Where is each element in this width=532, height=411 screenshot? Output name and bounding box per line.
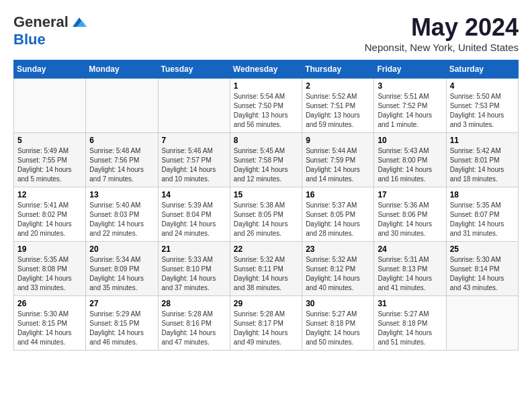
day-number: 26 xyxy=(17,299,82,308)
calendar-cell: 16Sunrise: 5:37 AM Sunset: 8:05 PM Dayli… xyxy=(302,187,374,242)
calendar-cell: 25Sunrise: 5:30 AM Sunset: 8:14 PM Dayli… xyxy=(446,242,518,296)
logo: General Blue xyxy=(13,13,90,48)
day-number: 24 xyxy=(378,244,442,254)
day-number: 19 xyxy=(17,244,82,254)
day-info: Sunrise: 5:48 AM Sunset: 7:56 PM Dayligh… xyxy=(89,146,154,184)
calendar-cell: 20Sunrise: 5:34 AM Sunset: 8:09 PM Dayli… xyxy=(86,242,158,296)
day-info: Sunrise: 5:46 AM Sunset: 7:57 PM Dayligh… xyxy=(162,146,226,184)
calendar-cell: 23Sunrise: 5:32 AM Sunset: 8:12 PM Dayli… xyxy=(302,242,374,296)
calendar-cell: 10Sunrise: 5:43 AM Sunset: 8:00 PM Dayli… xyxy=(374,133,446,187)
day-info: Sunrise: 5:43 AM Sunset: 8:00 PM Dayligh… xyxy=(378,146,442,184)
calendar-cell: 2Sunrise: 5:52 AM Sunset: 7:51 PM Daylig… xyxy=(302,79,374,133)
week-row-4: 19Sunrise: 5:35 AM Sunset: 8:08 PM Dayli… xyxy=(14,242,519,296)
day-info: Sunrise: 5:38 AM Sunset: 8:05 PM Dayligh… xyxy=(234,201,298,238)
day-number: 16 xyxy=(306,190,370,199)
logo-blue-text: Blue xyxy=(13,31,46,48)
calendar-cell: 13Sunrise: 5:40 AM Sunset: 8:03 PM Dayli… xyxy=(86,187,158,242)
day-number: 11 xyxy=(450,136,515,145)
weekday-header-tuesday: Tuesday xyxy=(158,60,230,79)
calendar-cell: 11Sunrise: 5:42 AM Sunset: 8:01 PM Dayli… xyxy=(446,133,518,187)
day-info: Sunrise: 5:34 AM Sunset: 8:09 PM Dayligh… xyxy=(89,255,154,293)
day-info: Sunrise: 5:36 AM Sunset: 8:06 PM Dayligh… xyxy=(378,201,442,238)
day-number: 9 xyxy=(306,136,370,145)
day-info: Sunrise: 5:39 AM Sunset: 8:04 PM Dayligh… xyxy=(162,201,226,238)
day-number: 20 xyxy=(89,244,154,254)
day-number: 17 xyxy=(378,190,442,199)
day-number: 30 xyxy=(306,299,370,308)
calendar-cell: 9Sunrise: 5:44 AM Sunset: 7:59 PM Daylig… xyxy=(302,133,374,187)
day-number: 1 xyxy=(234,81,298,91)
calendar-cell: 4Sunrise: 5:50 AM Sunset: 7:53 PM Daylig… xyxy=(446,79,518,133)
day-info: Sunrise: 5:49 AM Sunset: 7:55 PM Dayligh… xyxy=(17,146,82,184)
day-info: Sunrise: 5:27 AM Sunset: 8:18 PM Dayligh… xyxy=(378,310,442,347)
day-info: Sunrise: 5:28 AM Sunset: 8:16 PM Dayligh… xyxy=(162,310,226,347)
week-row-5: 26Sunrise: 5:30 AM Sunset: 8:15 PM Dayli… xyxy=(14,296,519,351)
day-info: Sunrise: 5:41 AM Sunset: 8:02 PM Dayligh… xyxy=(17,201,82,238)
day-info: Sunrise: 5:44 AM Sunset: 7:59 PM Dayligh… xyxy=(306,146,370,184)
weekday-header-row: SundayMondayTuesdayWednesdayThursdayFrid… xyxy=(14,60,519,79)
day-number: 21 xyxy=(162,244,226,254)
calendar-cell: 7Sunrise: 5:46 AM Sunset: 7:57 PM Daylig… xyxy=(158,133,230,187)
day-number: 14 xyxy=(162,190,226,199)
day-number: 22 xyxy=(234,244,298,254)
weekday-header-thursday: Thursday xyxy=(302,60,374,79)
calendar-cell: 15Sunrise: 5:38 AM Sunset: 8:05 PM Dayli… xyxy=(230,187,302,242)
day-number: 13 xyxy=(89,190,154,199)
day-info: Sunrise: 5:29 AM Sunset: 8:15 PM Dayligh… xyxy=(89,310,154,347)
calendar-cell: 12Sunrise: 5:41 AM Sunset: 8:02 PM Dayli… xyxy=(14,187,86,242)
calendar-cell: 24Sunrise: 5:31 AM Sunset: 8:13 PM Dayli… xyxy=(374,242,446,296)
day-number: 31 xyxy=(378,299,442,308)
week-row-3: 12Sunrise: 5:41 AM Sunset: 8:02 PM Dayli… xyxy=(14,187,519,242)
calendar-cell: 8Sunrise: 5:45 AM Sunset: 7:58 PM Daylig… xyxy=(230,133,302,187)
day-number: 12 xyxy=(17,190,82,199)
calendar-cell: 18Sunrise: 5:35 AM Sunset: 8:07 PM Dayli… xyxy=(446,187,518,242)
day-number: 10 xyxy=(378,136,442,145)
day-info: Sunrise: 5:51 AM Sunset: 7:52 PM Dayligh… xyxy=(378,92,442,130)
calendar-cell: 28Sunrise: 5:28 AM Sunset: 8:16 PM Dayli… xyxy=(158,296,230,351)
calendar-cell: 31Sunrise: 5:27 AM Sunset: 8:18 PM Dayli… xyxy=(374,296,446,351)
calendar-cell: 19Sunrise: 5:35 AM Sunset: 8:08 PM Dayli… xyxy=(14,242,86,296)
day-info: Sunrise: 5:27 AM Sunset: 8:18 PM Dayligh… xyxy=(306,310,370,347)
header: General Blue May 2024 Neponsit, New York… xyxy=(13,13,519,53)
day-number: 6 xyxy=(89,136,154,145)
calendar-cell xyxy=(86,79,158,133)
day-info: Sunrise: 5:54 AM Sunset: 7:50 PM Dayligh… xyxy=(234,92,298,130)
day-info: Sunrise: 5:28 AM Sunset: 8:17 PM Dayligh… xyxy=(234,310,298,347)
day-info: Sunrise: 5:30 AM Sunset: 8:15 PM Dayligh… xyxy=(17,310,82,347)
calendar-cell xyxy=(446,296,518,351)
day-info: Sunrise: 5:35 AM Sunset: 8:08 PM Dayligh… xyxy=(17,255,82,293)
calendar-cell: 5Sunrise: 5:49 AM Sunset: 7:55 PM Daylig… xyxy=(14,133,86,187)
day-number: 28 xyxy=(162,299,226,308)
weekday-header-monday: Monday xyxy=(86,60,158,79)
day-info: Sunrise: 5:32 AM Sunset: 8:11 PM Dayligh… xyxy=(234,255,298,293)
calendar-cell: 17Sunrise: 5:36 AM Sunset: 8:06 PM Dayli… xyxy=(374,187,446,242)
day-number: 18 xyxy=(450,190,515,199)
day-info: Sunrise: 5:52 AM Sunset: 7:51 PM Dayligh… xyxy=(306,92,370,130)
calendar-cell xyxy=(158,79,230,133)
weekday-header-saturday: Saturday xyxy=(446,60,518,79)
day-number: 27 xyxy=(89,299,154,308)
title-area: May 2024 Neponsit, New York, United Stat… xyxy=(365,13,519,53)
calendar-cell: 6Sunrise: 5:48 AM Sunset: 7:56 PM Daylig… xyxy=(86,133,158,187)
weekday-header-friday: Friday xyxy=(374,60,446,79)
calendar-cell: 26Sunrise: 5:30 AM Sunset: 8:15 PM Dayli… xyxy=(14,296,86,351)
day-number: 29 xyxy=(234,299,298,308)
day-number: 23 xyxy=(306,244,370,254)
day-info: Sunrise: 5:45 AM Sunset: 7:58 PM Dayligh… xyxy=(234,146,298,184)
day-info: Sunrise: 5:35 AM Sunset: 8:07 PM Dayligh… xyxy=(450,201,515,238)
day-info: Sunrise: 5:50 AM Sunset: 7:53 PM Dayligh… xyxy=(450,92,515,130)
calendar-cell: 22Sunrise: 5:32 AM Sunset: 8:11 PM Dayli… xyxy=(230,242,302,296)
calendar-cell: 3Sunrise: 5:51 AM Sunset: 7:52 PM Daylig… xyxy=(374,79,446,133)
day-number: 25 xyxy=(450,244,515,254)
day-info: Sunrise: 5:31 AM Sunset: 8:13 PM Dayligh… xyxy=(378,255,442,293)
day-number: 2 xyxy=(306,81,370,91)
calendar-cell: 27Sunrise: 5:29 AM Sunset: 8:15 PM Dayli… xyxy=(86,296,158,351)
day-info: Sunrise: 5:33 AM Sunset: 8:10 PM Dayligh… xyxy=(162,255,226,293)
week-row-2: 5Sunrise: 5:49 AM Sunset: 7:55 PM Daylig… xyxy=(14,133,519,187)
calendar-cell: 29Sunrise: 5:28 AM Sunset: 8:17 PM Dayli… xyxy=(230,296,302,351)
day-info: Sunrise: 5:32 AM Sunset: 8:12 PM Dayligh… xyxy=(306,255,370,293)
day-number: 5 xyxy=(17,136,82,145)
calendar-cell: 21Sunrise: 5:33 AM Sunset: 8:10 PM Dayli… xyxy=(158,242,230,296)
calendar-cell: 14Sunrise: 5:39 AM Sunset: 8:04 PM Dayli… xyxy=(158,187,230,242)
weekday-header-wednesday: Wednesday xyxy=(230,60,302,79)
